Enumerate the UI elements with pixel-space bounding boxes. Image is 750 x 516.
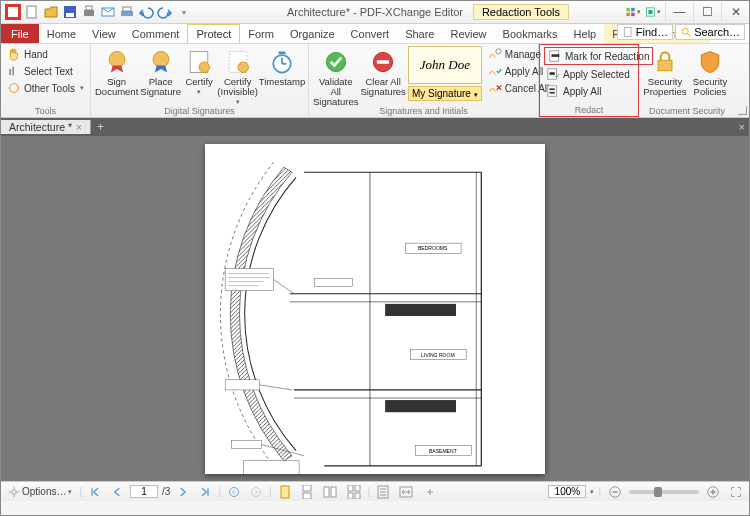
svg-point-27 [238, 62, 249, 73]
close-button[interactable]: ✕ [721, 2, 749, 22]
tab-form[interactable]: Form [240, 24, 282, 43]
svg-rect-31 [279, 52, 286, 55]
zoom-input[interactable] [548, 485, 586, 498]
zoom-out-button[interactable] [605, 485, 625, 499]
svg-rect-68 [243, 461, 299, 474]
svg-point-21 [10, 84, 19, 93]
open-icon[interactable] [43, 4, 59, 20]
prev-page-button[interactable] [108, 486, 126, 498]
timestamp-button[interactable]: Timestamp [260, 46, 304, 87]
svg-rect-8 [121, 11, 133, 16]
certify-invisible-button[interactable]: Certify (Invisible)▾ [217, 46, 258, 105]
svg-rect-5 [84, 10, 94, 16]
svg-rect-84 [331, 487, 336, 497]
search-box[interactable]: Search… [675, 24, 745, 40]
tab-protect[interactable]: Protect [187, 24, 240, 43]
signature-preview[interactable]: John Doe [408, 46, 482, 84]
svg-point-78 [230, 487, 239, 496]
options-button[interactable]: Options…▾ [5, 486, 75, 498]
fit-page-button[interactable] [374, 485, 392, 499]
apply-selected-redaction-button[interactable]: Apply Selected [544, 66, 653, 82]
clear-all-button[interactable]: Clear All Signatures [360, 46, 405, 97]
tools-group: Hand ISelect Text Other Tools▾ Tools [1, 44, 91, 117]
two-page-continuous-view[interactable] [344, 485, 364, 499]
single-page-view[interactable] [276, 485, 294, 499]
apply-all-redaction-button[interactable]: Apply All [544, 83, 653, 99]
tab-bookmarks[interactable]: Bookmarks [495, 24, 566, 43]
svg-rect-2 [27, 6, 36, 18]
page-number-input[interactable] [130, 485, 158, 498]
fullscreen-button[interactable] [727, 486, 745, 498]
fit-width-button[interactable] [396, 486, 416, 498]
tab-organize[interactable]: Organize [282, 24, 343, 43]
tab-help[interactable]: Help [566, 24, 605, 43]
mark-for-redaction-button[interactable]: Mark for Redaction [544, 47, 653, 65]
app-icon [5, 4, 21, 20]
save-icon[interactable] [62, 4, 78, 20]
svg-rect-62 [225, 268, 274, 290]
dsig-group-label: Digital Signatures [91, 106, 308, 116]
last-page-button[interactable] [196, 486, 214, 498]
document-page[interactable]: BEDROOMS LIVING ROOM BASEMENT [205, 144, 545, 474]
find-label: Find… [636, 26, 668, 38]
file-tab[interactable]: File [1, 24, 39, 43]
first-page-button[interactable] [86, 486, 104, 498]
tab-review[interactable]: Review [442, 24, 494, 43]
svg-rect-6 [86, 6, 92, 10]
new-icon[interactable] [24, 4, 40, 20]
hand-tool[interactable]: Hand [5, 46, 86, 62]
svg-rect-16 [624, 28, 631, 37]
context-tab-title: Redaction Tools [473, 4, 569, 20]
close-all-tabs-icon[interactable]: × [739, 121, 745, 133]
qat-more-icon[interactable]: ▾ [176, 4, 192, 20]
docsec-group-label: Document Security [639, 106, 735, 116]
print-icon[interactable] [81, 4, 97, 20]
redo-icon[interactable] [157, 4, 173, 20]
place-signature-button[interactable]: Place Signature [140, 46, 181, 97]
undo-icon[interactable] [138, 4, 154, 20]
svg-rect-13 [631, 13, 634, 16]
tab-share[interactable]: Share [397, 24, 442, 43]
zoom-in-button[interactable] [703, 485, 723, 499]
svg-rect-59 [385, 304, 456, 316]
fit-visible-button[interactable] [420, 486, 440, 498]
validate-all-button[interactable]: Validate All Signatures [313, 46, 358, 107]
svg-rect-43 [658, 60, 672, 71]
next-page-button[interactable] [174, 486, 192, 498]
new-tab-button[interactable]: + [91, 120, 110, 134]
zoom-slider[interactable] [629, 490, 699, 494]
document-tab[interactable]: Architecture *× [1, 120, 91, 134]
tab-comment[interactable]: Comment [124, 24, 188, 43]
tab-home[interactable]: Home [39, 24, 84, 43]
certify-button[interactable]: Certify▾ [183, 46, 215, 95]
sign-document-button[interactable]: Sign Document [95, 46, 138, 97]
tab-convert[interactable]: Convert [343, 24, 398, 43]
my-signature-button[interactable]: My Signature ▾ [408, 86, 482, 101]
maximize-button[interactable]: ☐ [693, 2, 721, 22]
security-policies-button[interactable]: Security Policies [689, 46, 731, 97]
select-text-tool[interactable]: ISelect Text [5, 63, 86, 79]
nav-back-button[interactable] [225, 486, 243, 498]
nav-forward-button[interactable] [247, 486, 265, 498]
workspace[interactable]: BEDROOMS LIVING ROOM BASEMENT [1, 136, 749, 481]
page-total: /3 [162, 486, 170, 497]
svg-rect-66 [231, 441, 261, 449]
security-properties-button[interactable]: Security Properties [643, 46, 687, 97]
other-tools[interactable]: Other Tools▾ [5, 80, 86, 96]
ui-style-icon[interactable] [625, 4, 641, 20]
minimize-button[interactable]: — [665, 2, 693, 22]
close-tab-icon[interactable]: × [76, 122, 82, 133]
redact-group-label: Redact [540, 105, 638, 115]
scan-icon[interactable] [119, 4, 135, 20]
continuous-view[interactable] [298, 485, 316, 499]
svg-rect-9 [123, 7, 131, 11]
menu-bar: File Home View Comment Protect Form Orga… [1, 24, 749, 44]
email-icon[interactable] [100, 4, 116, 20]
find-box[interactable]: Find… [617, 24, 673, 40]
svg-point-73 [12, 489, 17, 494]
svg-text:LIVING ROOM: LIVING ROOM [421, 352, 455, 358]
tab-view[interactable]: View [84, 24, 124, 43]
svg-rect-41 [550, 88, 555, 90]
launch-app-icon[interactable] [645, 4, 661, 20]
two-page-view[interactable] [320, 485, 340, 499]
